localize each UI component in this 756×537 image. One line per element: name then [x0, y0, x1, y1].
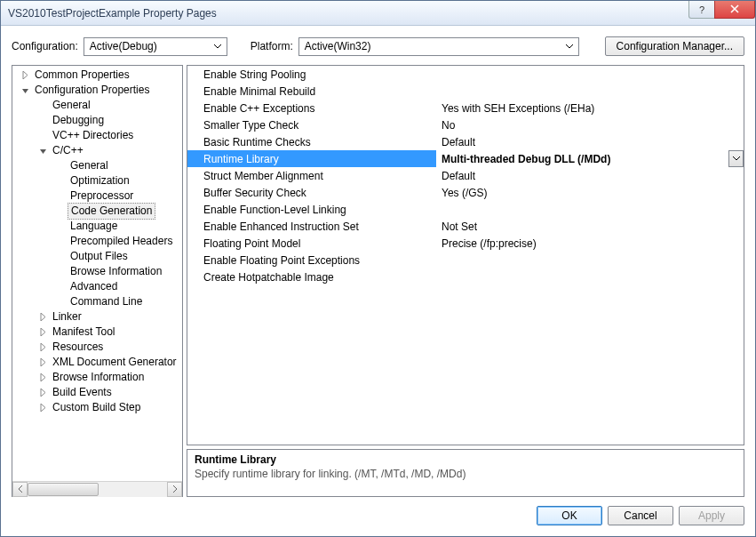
property-row[interactable]: Smaller Type CheckNo — [187, 116, 744, 133]
scroll-thumb[interactable] — [28, 483, 99, 496]
description-title: Runtime Library — [195, 453, 736, 466]
property-row[interactable]: Buffer Security CheckYes (/GS) — [187, 184, 744, 201]
tree-item-cc-preprocessor[interactable]: Preprocessor — [16, 188, 182, 204]
property-row[interactable]: Floating Point ModelPrecise (/fp:precise… — [187, 235, 744, 252]
platform-combo[interactable]: Active(Win32) — [298, 37, 579, 56]
property-row[interactable]: Enable String Pooling — [187, 66, 744, 83]
help-button[interactable]: ? — [688, 1, 715, 19]
tree-item-cc-cmdline[interactable]: Command Line — [16, 294, 182, 309]
dropdown-button[interactable] — [728, 150, 744, 167]
tree-item-cc-browse[interactable]: Browse Information — [16, 264, 182, 279]
right-pane: Enable String PoolingEnable Minimal Rebu… — [187, 65, 744, 497]
tree-item-cc-output[interactable]: Output Files — [16, 249, 182, 264]
tree-horizontal-scrollbar[interactable] — [12, 481, 182, 496]
property-name: Buffer Security Check — [187, 184, 436, 201]
scroll-right-button[interactable] — [167, 482, 182, 497]
tree-item-custom[interactable]: Custom Build Step — [16, 400, 182, 415]
property-name: Runtime Library — [187, 150, 436, 167]
description-pane: Runtime Library Specify runtime library … — [187, 449, 744, 497]
property-name: Enable Floating Point Exceptions — [187, 252, 436, 268]
tree-item-xmldoc[interactable]: XML Document Generator — [16, 355, 182, 370]
dialog-body: Configuration: Active(Debug) Platform: A… — [1, 26, 755, 536]
tree-item-manifest[interactable]: Manifest Tool — [16, 325, 182, 340]
apply-button[interactable]: Apply — [679, 506, 744, 525]
platform-value: Active(Win32) — [305, 40, 371, 52]
tree-item-cc-general[interactable]: General — [16, 158, 182, 173]
tree-item-buildevents[interactable]: Build Events — [16, 385, 182, 400]
property-value[interactable]: Precise (/fp:precise) — [436, 235, 744, 252]
property-name: Struct Member Alignment — [187, 167, 436, 184]
property-row[interactable]: Enable C++ ExceptionsYes with SEH Except… — [187, 100, 744, 116]
property-value[interactable]: Multi-threaded Debug DLL (/MDd) — [436, 150, 744, 167]
property-name: Smaller Type Check — [187, 116, 436, 133]
tree-item-cc-codegen[interactable]: Code Generation — [16, 204, 182, 219]
configuration-combo[interactable]: Active(Debug) — [84, 37, 227, 56]
tree-item-vc-directories[interactable]: VC++ Directories — [16, 128, 182, 143]
property-value[interactable]: Yes (/GS) — [436, 184, 744, 201]
expander-expanded-icon[interactable] — [37, 146, 48, 156]
dialog-button-row: OK Cancel Apply — [12, 497, 744, 525]
property-value[interactable]: No — [436, 116, 744, 133]
tree-item-cc-advanced[interactable]: Advanced — [16, 279, 182, 294]
config-row: Configuration: Active(Debug) Platform: A… — [12, 36, 744, 56]
tree-item-debugging[interactable]: Debugging — [16, 113, 182, 128]
property-row[interactable]: Enable Minimal Rebuild — [187, 83, 744, 100]
property-value[interactable] — [436, 252, 744, 268]
dialog-window: VS2010TestProjectExample Property Pages … — [0, 0, 756, 537]
tree-item-general[interactable]: General — [16, 98, 182, 113]
property-grid[interactable]: Enable String PoolingEnable Minimal Rebu… — [187, 65, 744, 445]
tree-item-linker[interactable]: Linker — [16, 309, 182, 325]
expander-collapsed-icon[interactable] — [37, 327, 48, 338]
tree-item-browse[interactable]: Browse Information — [16, 370, 182, 385]
property-row[interactable]: Basic Runtime ChecksDefault — [187, 133, 744, 150]
expander-collapsed-icon[interactable] — [37, 403, 48, 413]
expander-collapsed-icon[interactable] — [20, 70, 30, 81]
tree-label: Configuration Properties — [32, 83, 152, 98]
property-name: Enable Minimal Rebuild — [187, 83, 436, 100]
tree-item-resources[interactable]: Resources — [16, 340, 182, 355]
property-value[interactable]: Default — [436, 133, 744, 150]
expander-collapsed-icon[interactable] — [37, 357, 48, 368]
property-value[interactable]: Yes with SEH Exceptions (/EHa) — [436, 100, 744, 116]
cancel-button[interactable]: Cancel — [608, 506, 673, 525]
close-button[interactable] — [714, 1, 755, 19]
scroll-track[interactable] — [28, 482, 167, 497]
expander-collapsed-icon[interactable] — [37, 373, 48, 383]
configuration-manager-button[interactable]: Configuration Manager... — [605, 36, 744, 56]
property-value[interactable] — [436, 201, 744, 218]
expander-expanded-icon[interactable] — [20, 85, 30, 96]
platform-label: Platform: — [251, 40, 293, 52]
ok-button[interactable]: OK — [537, 506, 602, 525]
titlebar[interactable]: VS2010TestProjectExample Property Pages … — [1, 1, 755, 26]
tree-item-cc-optimization[interactable]: Optimization — [16, 173, 182, 188]
configuration-value: Active(Debug) — [90, 40, 157, 52]
property-value[interactable] — [436, 268, 744, 285]
property-row[interactable]: Create Hotpatchable Image — [187, 268, 744, 285]
tree-pane: Common Properties Configuration Properti… — [12, 65, 183, 497]
main-area: Common Properties Configuration Properti… — [12, 65, 744, 497]
property-row[interactable]: Runtime LibraryMulti-threaded Debug DLL … — [187, 150, 744, 167]
tree-label: Common Properties — [32, 68, 132, 83]
expander-collapsed-icon[interactable] — [37, 342, 48, 353]
property-value[interactable]: Not Set — [436, 218, 744, 235]
tree-item-configuration-properties[interactable]: Configuration Properties — [16, 83, 182, 98]
property-row[interactable]: Enable Enhanced Instruction SetNot Set — [187, 218, 744, 235]
property-row[interactable]: Enable Floating Point Exceptions — [187, 252, 744, 268]
property-value[interactable]: Default — [436, 167, 744, 184]
window-title: VS2010TestProjectExample Property Pages — [8, 7, 689, 20]
scroll-left-button[interactable] — [12, 482, 28, 497]
tree-item-ccpp[interactable]: C/C++ — [16, 143, 182, 158]
close-icon — [730, 4, 739, 15]
tree-item-cc-language[interactable]: Language — [16, 219, 182, 234]
chevron-down-icon — [211, 40, 225, 53]
tree-item-cc-pch[interactable]: Precompiled Headers — [16, 234, 182, 249]
property-value[interactable] — [436, 66, 744, 83]
expander-collapsed-icon[interactable] — [37, 388, 48, 398]
property-name: Enable Enhanced Instruction Set — [187, 218, 436, 235]
tree-item-common-properties[interactable]: Common Properties — [16, 68, 182, 83]
expander-collapsed-icon[interactable] — [37, 312, 48, 323]
property-row[interactable]: Struct Member AlignmentDefault — [187, 167, 744, 184]
property-value[interactable] — [436, 83, 744, 100]
tree[interactable]: Common Properties Configuration Properti… — [12, 66, 182, 481]
property-row[interactable]: Enable Function-Level Linking — [187, 201, 744, 218]
